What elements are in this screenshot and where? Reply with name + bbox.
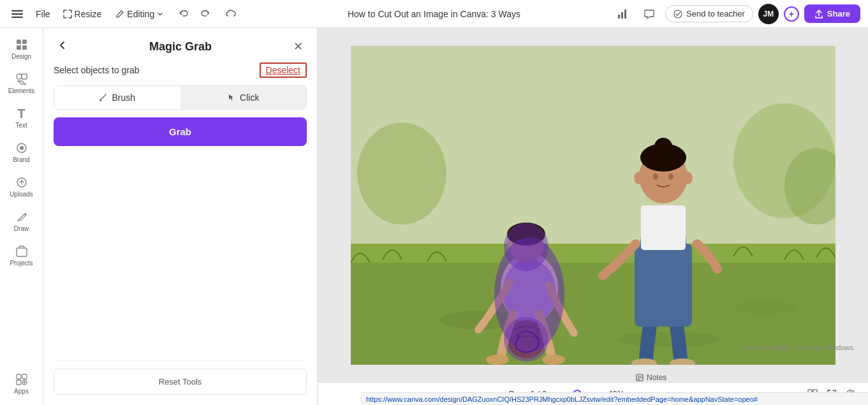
resize-button[interactable]: Resize — [59, 6, 106, 22]
analytics-button[interactable] — [612, 6, 633, 22]
svg-rect-17 — [17, 380, 21, 385]
pencil-icon — [115, 10, 124, 18]
svg-rect-7 — [22, 45, 27, 50]
editing-label: Editing — [127, 9, 154, 19]
deselect-label: Deselect — [266, 65, 300, 75]
svg-rect-15 — [17, 374, 21, 379]
svg-point-32 — [542, 355, 565, 365]
projects-icon — [15, 245, 28, 258]
reset-tools-button[interactable]: Reset Tools — [54, 369, 307, 395]
svg-point-47 — [357, 122, 446, 225]
editing-button[interactable]: Editing — [110, 6, 168, 22]
comment-button[interactable] — [638, 6, 660, 22]
panel-header: Magic Grab ✕ — [54, 38, 307, 55]
sidebar-elements-label: Elements — [8, 87, 35, 94]
redo-icon — [200, 9, 210, 19]
panel-body: Select objects to grab Deselect Brush — [54, 63, 307, 395]
sidebar-brand-label: Brand — [13, 156, 30, 163]
canvas-image[interactable] — [351, 46, 835, 365]
windows-activate-text: Go to Settings to activate Windows. — [744, 344, 855, 351]
send-teacher-label: Send to teacher — [686, 9, 745, 18]
click-label: Click — [240, 92, 259, 103]
svg-rect-14 — [17, 248, 27, 256]
svg-point-13 — [24, 214, 26, 216]
apps-icon — [15, 373, 28, 386]
add-collaborator-button[interactable]: + — [784, 6, 799, 22]
select-objects-row: Select objects to grab Deselect — [54, 63, 307, 78]
topbar-right: Send to teacher JM + Share — [612, 4, 860, 24]
sidebar-item-apps[interactable]: Apps — [4, 368, 40, 400]
svg-point-35 — [504, 317, 548, 362]
svg-rect-0 — [618, 15, 620, 18]
brush-tab[interactable]: Brush — [54, 86, 180, 109]
canvas-wrapper[interactable]: Go to Settings to activate Windows. — [318, 28, 868, 382]
draw-icon — [15, 210, 28, 223]
svg-rect-38 — [635, 244, 692, 327]
grab-label: Grab — [169, 126, 191, 137]
text-icon: T — [17, 107, 25, 120]
notes-bar[interactable]: Notes — [635, 373, 666, 382]
comment-icon — [644, 8, 655, 20]
brush-icon — [99, 93, 108, 102]
brand-icon — [15, 142, 28, 154]
share-icon — [814, 10, 823, 18]
hamburger-menu-button[interactable] — [8, 8, 27, 20]
sidebar-apps-label: Apps — [14, 388, 29, 395]
panel-footer: Reset Tools — [54, 360, 307, 395]
svg-point-45 — [634, 172, 644, 184]
reset-tools-label: Reset Tools — [159, 377, 202, 387]
svg-point-8 — [17, 74, 22, 79]
elements-icon — [15, 73, 28, 85]
undo-icon — [179, 9, 189, 19]
panel-close-button[interactable]: ✕ — [290, 38, 307, 55]
url-text: https://www.canva.com/design/DAGZuoxnCIQ… — [366, 395, 758, 403]
title-text: How to Cut Out an Image in Canva: 3 Ways — [348, 9, 520, 19]
resize-icon — [63, 10, 72, 18]
share-button[interactable]: Share — [804, 4, 860, 23]
click-tab[interactable]: Click — [180, 86, 307, 109]
undo-button[interactable] — [173, 6, 194, 22]
file-menu-button[interactable]: File — [32, 6, 54, 22]
cloud-save-button[interactable] — [221, 6, 242, 22]
sidebar-item-design[interactable]: Design — [4, 33, 40, 65]
design-icon — [15, 38, 28, 51]
uploads-icon — [15, 176, 28, 189]
svg-point-46 — [682, 172, 693, 184]
analytics-icon — [617, 8, 628, 20]
svg-point-25 — [733, 301, 797, 314]
main-layout: Design Elements T Text Brand — [0, 28, 868, 405]
back-arrow-icon — [57, 40, 68, 50]
canvas-area: Go to Settings to activate Windows. Note… — [318, 28, 868, 405]
resize-label: Resize — [75, 9, 102, 19]
left-sidebar: Design Elements T Text Brand — [0, 28, 43, 405]
svg-point-19 — [100, 99, 102, 101]
tool-tabs: Brush Click — [54, 85, 307, 110]
sidebar-item-text[interactable]: T Text — [4, 102, 40, 134]
topbar: File Resize Editing — [0, 0, 868, 28]
redo-button[interactable] — [195, 6, 216, 22]
sidebar-item-projects[interactable]: Projects — [4, 240, 40, 272]
sidebar-item-uploads[interactable]: Uploads — [4, 171, 40, 203]
send-to-teacher-button[interactable]: Send to teacher — [665, 5, 753, 22]
brush-label: Brush — [112, 92, 135, 103]
sidebar-item-draw[interactable]: Draw — [4, 205, 40, 237]
cloud-icon — [226, 8, 237, 20]
svg-rect-2 — [624, 10, 626, 18]
panel-back-button[interactable] — [54, 39, 71, 55]
chevron-down-icon — [157, 11, 163, 17]
magic-grab-panel: Magic Grab ✕ Select objects to grab Dese… — [43, 28, 318, 405]
svg-rect-5 — [22, 40, 27, 44]
sidebar-text-label: Text — [15, 122, 27, 129]
grab-button[interactable]: Grab — [54, 117, 307, 146]
svg-point-44 — [668, 173, 673, 180]
notes-icon — [635, 373, 644, 382]
sidebar-item-brand[interactable]: Brand — [4, 136, 40, 168]
select-objects-label: Select objects to grab — [54, 65, 140, 75]
sidebar-projects-label: Projects — [10, 260, 33, 267]
svg-point-31 — [486, 355, 509, 365]
svg-rect-39 — [641, 205, 686, 250]
svg-point-42 — [654, 138, 672, 156]
deselect-button[interactable]: Deselect — [260, 63, 307, 78]
sidebar-item-elements[interactable]: Elements — [4, 68, 40, 99]
cursor-icon — [227, 93, 236, 102]
